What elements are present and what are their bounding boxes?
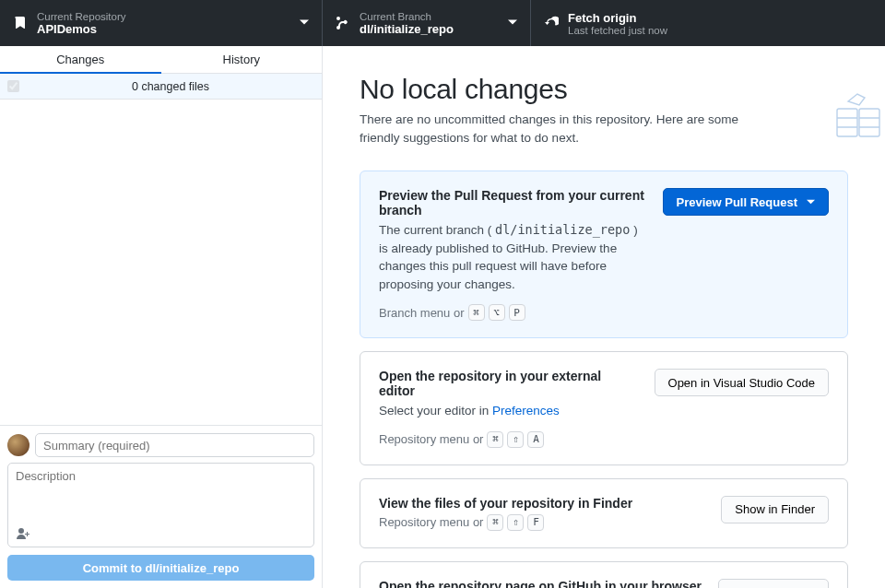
card-title: Preview the Pull Request from your curre… [379,188,648,218]
card-body: The current branch ( dl/initialize_repo … [379,221,648,293]
kbd: ⌘ [487,431,503,448]
avatar [7,434,30,456]
repo-dropdown[interactable]: Current Repository APIDemos [0,0,323,46]
view-on-github-button[interactable]: View on GitHub [718,579,829,588]
add-coauthor-icon[interactable] [14,524,32,543]
card-body: Select your editor in Preferences [379,402,640,420]
page-subtitle: There are no uncommitted changes in this… [360,111,747,147]
kbd: ⌘ [487,514,503,531]
main-panel: No local changes There are no uncommitte… [323,46,885,588]
commit-button[interactable]: Commit to dl/initialize_repo [7,555,314,581]
changed-files-row: 0 changed files [0,74,322,100]
sync-icon [544,16,559,30]
card-hint: Branch menu or ⌘ ⌥ P [379,304,648,321]
empty-illustration [820,74,885,147]
branch-dropdown[interactable]: Current Branch dl/initialize_repo [323,0,531,46]
card-show-finder: View the files of your repository in Fin… [360,478,848,548]
kbd: F [527,514,544,531]
fetch-detail: Last fetched just now [568,25,667,36]
caret-down-icon [300,17,309,30]
tab-changes[interactable]: Changes [0,46,161,74]
branch-label: Current Branch [360,11,454,22]
kbd: A [527,431,544,448]
page-title: No local changes [360,74,848,105]
select-all-checkbox[interactable] [7,80,19,92]
open-editor-button[interactable]: Open in Visual Studio Code [655,369,829,396]
description-input[interactable] [8,464,313,524]
kbd: ⇧ [507,514,524,531]
svg-rect-1 [859,109,879,136]
card-title: Open the repository page on GitHub in yo… [379,579,703,588]
repo-value: APIDemos [37,22,126,36]
caret-down-icon [807,195,815,209]
card-title: Open the repository in your external edi… [379,369,640,398]
fetch-button[interactable]: Fetch origin Last fetched just now [531,0,885,46]
summary-input[interactable] [35,433,314,457]
branch-value: dl/initialize_repo [360,22,454,36]
kbd: ⌘ [468,304,485,321]
kbd: ⌥ [489,304,505,321]
repo-icon [13,16,28,30]
card-hint: Repository menu or ⌘ ⇧ A [379,431,640,448]
preferences-link[interactable]: Preferences [492,404,560,417]
caret-down-icon [508,17,517,30]
fetch-label: Fetch origin [568,11,667,25]
card-title: View the files of your repository in Fin… [379,496,706,511]
svg-rect-0 [837,109,857,136]
tab-history[interactable]: History [161,46,323,74]
toolbar: Current Repository APIDemos Current Bran… [0,0,885,46]
kbd: ⇧ [507,431,524,448]
card-hint: Repository menu or ⌘ ⇧ F [379,514,706,531]
branch-icon [336,16,350,30]
card-open-editor: Open the repository in your external edi… [360,351,848,465]
commit-form: Commit to dl/initialize_repo [0,425,322,588]
card-view-github: Open the repository page on GitHub in yo… [360,561,848,588]
changed-files-label: 0 changed files [27,80,314,93]
sidebar: Changes History 0 changed files Commit t… [0,46,323,588]
show-finder-button[interactable]: Show in Finder [721,496,829,523]
kbd: P [509,304,525,321]
card-preview-pr: Preview the Pull Request from your curre… [360,171,848,338]
repo-label: Current Repository [37,11,126,22]
preview-pull-request-button[interactable]: Preview Pull Request [663,188,830,216]
